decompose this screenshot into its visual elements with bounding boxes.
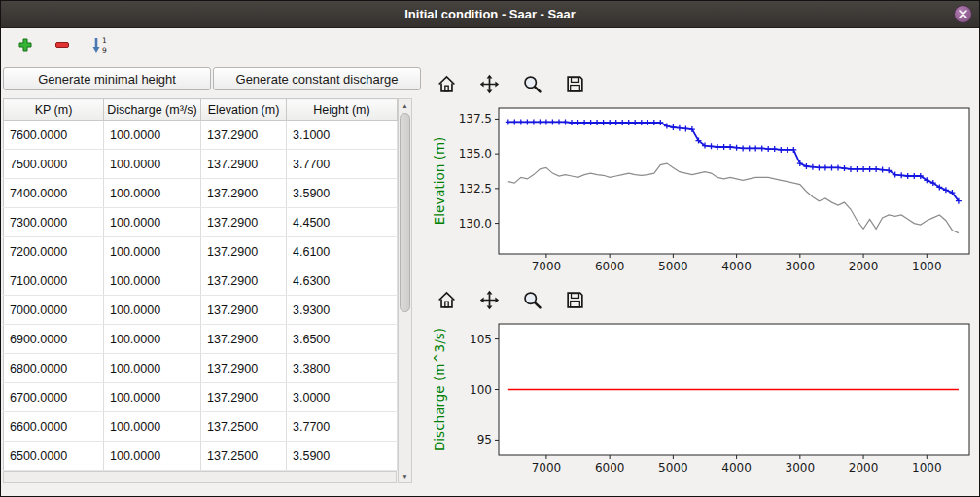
table-row[interactable]: 7000.0000100.0000137.29003.9300 [4,296,398,325]
column-header[interactable]: KP (m) [4,99,104,121]
table-cell[interactable]: 137.2900 [201,179,287,208]
pan-button[interactable] [475,71,503,96]
svg-text:100: 100 [470,383,492,397]
save-button[interactable] [561,287,588,312]
save-button[interactable] [561,71,588,96]
table-cell[interactable]: 137.2900 [201,208,287,237]
table-cell[interactable]: 7500.0000 [4,150,104,179]
column-header[interactable]: Elevation (m) [201,99,287,121]
table-cell[interactable]: 100.0000 [104,383,201,412]
table-cell[interactable]: 137.2900 [201,121,287,150]
home-button[interactable] [433,71,460,96]
table-cell[interactable]: 3.0000 [287,383,398,412]
table-row[interactable]: 7100.0000100.0000137.29004.6300 [4,266,398,296]
table-cell[interactable]: 3.7700 [287,412,398,442]
table-row[interactable]: 6500.0000100.0000137.25003.5900 [4,442,398,471]
titlebar[interactable]: Initial condition - Saar - Saar [1,1,979,28]
table-cell[interactable]: 100.0000 [104,266,201,296]
zoom-button[interactable] [518,287,545,312]
svg-text:Elevation (m): Elevation (m) [432,137,447,226]
table-cell[interactable]: 137.2900 [201,354,287,383]
table-cell[interactable]: 3.5900 [287,442,398,471]
table-row[interactable]: 7300.0000100.0000137.29004.4500 [4,208,398,237]
scroll-up-button[interactable]: ▲ [399,99,411,112]
pan-button[interactable] [475,287,503,312]
table-cell[interactable]: 100.0000 [104,442,201,471]
table-cell[interactable]: 137.2900 [201,237,287,266]
table-cell[interactable]: 6500.0000 [4,442,104,471]
table-cell[interactable]: 7400.0000 [4,179,104,208]
sort-rows-button[interactable]: 1 9 [87,32,112,57]
table-cell[interactable]: 3.5900 [287,179,398,208]
remove-row-button[interactable] [50,32,75,57]
generate-constant-discharge-button[interactable]: Generate constant discharge [213,67,421,90]
table-cell[interactable]: 100.0000 [104,325,201,354]
table-cell[interactable]: 7200.0000 [4,237,104,266]
horizontal-scrollbar[interactable] [3,471,397,483]
table-cell[interactable]: 100.0000 [104,150,201,179]
table-row[interactable]: 6600.0000100.0000137.25003.7700 [4,412,398,442]
svg-text:1: 1 [102,36,107,45]
right-panel: 7000600050004000300020001000137.5135.013… [423,61,979,497]
svg-text:130.0: 130.0 [459,217,492,231]
table-cell[interactable]: 3.7700 [287,150,398,179]
table-cell[interactable]: 3.3800 [287,354,398,383]
table-cell[interactable]: 137.2500 [201,442,287,471]
table-cell[interactable]: 7300.0000 [4,208,104,237]
close-icon [959,10,967,18]
table-cell[interactable]: 137.2900 [201,383,287,412]
table-cell[interactable]: 137.2900 [201,325,287,354]
table-cell[interactable]: 6600.0000 [4,412,104,442]
table-cell[interactable]: 100.0000 [104,237,201,266]
table-cell[interactable]: 6800.0000 [4,354,104,383]
table-cell[interactable]: 137.2900 [201,150,287,179]
column-header[interactable]: Discharge (m³/s) [104,99,201,121]
table-cell[interactable]: 137.2900 [201,296,287,325]
svg-text:6000: 6000 [595,260,625,273]
vertical-scrollbar[interactable]: ▲ ▼ [398,98,412,483]
svg-text:95: 95 [477,433,492,446]
table-cell[interactable]: 4.4500 [287,208,398,237]
table-cell[interactable]: 4.6100 [287,237,398,266]
table-cell[interactable]: 100.0000 [104,179,201,208]
svg-text:2000: 2000 [849,461,879,475]
table-row[interactable]: 7200.0000100.0000137.29004.6100 [4,237,398,266]
table-row[interactable]: 6800.0000100.0000137.29003.3800 [4,354,398,383]
table-row[interactable]: 6700.0000100.0000137.29003.0000 [4,383,398,412]
table-cell[interactable]: 137.2500 [201,412,287,442]
svg-text:3000: 3000 [786,260,816,273]
minus-icon [54,37,70,53]
table-cell[interactable]: 137.2900 [201,266,287,296]
table-cell[interactable]: 3.9300 [287,296,398,325]
table-row[interactable]: 7400.0000100.0000137.29003.5900 [4,179,398,208]
plus-icon [18,37,33,53]
table-cell[interactable]: 3.1000 [287,121,398,150]
elevation-chart[interactable]: 7000600050004000300020001000137.5135.013… [429,98,979,283]
svg-text:132.5: 132.5 [459,182,492,195]
svg-text:6000: 6000 [595,461,625,475]
scrollbar-thumb[interactable] [400,113,410,312]
add-row-button[interactable] [13,32,38,57]
scroll-down-button[interactable]: ▼ [399,470,411,482]
table-cell[interactable]: 100.0000 [104,208,201,237]
column-header[interactable]: Height (m) [287,99,398,121]
table-cell[interactable]: 100.0000 [104,354,201,383]
table-cell[interactable]: 3.6500 [287,325,398,354]
table-row[interactable]: 7600.0000100.0000137.29003.1000 [4,121,398,150]
home-button[interactable] [433,287,460,312]
table-row[interactable]: 7500.0000100.0000137.29003.7700 [4,150,398,179]
table-cell[interactable]: 4.6300 [287,266,398,296]
table-cell[interactable]: 100.0000 [104,296,201,325]
zoom-button[interactable] [518,71,545,96]
table-cell[interactable]: 7100.0000 [4,266,104,296]
generate-minimal-height-button[interactable]: Generate minimal height [3,67,211,90]
table-cell[interactable]: 6900.0000 [4,325,104,354]
table-cell[interactable]: 100.0000 [104,412,201,442]
table-row[interactable]: 6900.0000100.0000137.29003.6500 [4,325,398,354]
table-cell[interactable]: 7600.0000 [4,121,104,150]
table-cell[interactable]: 6700.0000 [4,383,104,412]
discharge-chart[interactable]: 700060005000400030002000100010510095Disc… [429,314,979,484]
table-cell[interactable]: 7000.0000 [4,296,104,325]
table-cell[interactable]: 100.0000 [104,121,201,150]
close-button[interactable] [954,5,972,23]
